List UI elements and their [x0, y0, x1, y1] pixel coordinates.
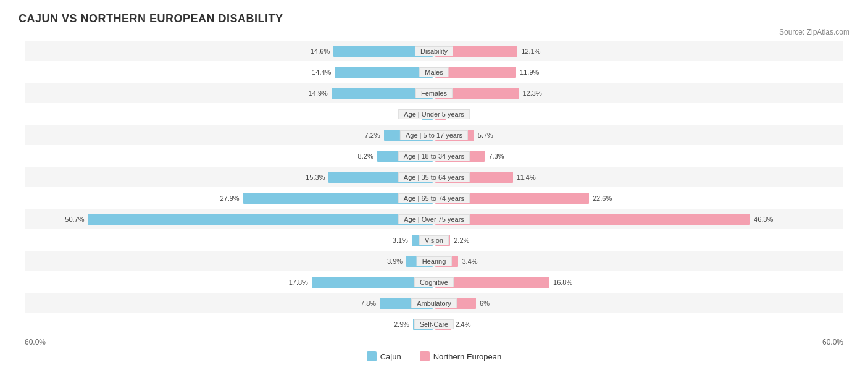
right-side: 5.7% — [434, 127, 843, 144]
cajun-bar — [88, 214, 433, 225]
left-side: 50.7% — [25, 211, 434, 228]
northern-value: 2.2% — [454, 237, 477, 244]
left-side: 27.9% — [25, 190, 434, 207]
northern-value: 12.3% — [523, 90, 546, 97]
row-label: Age | 5 to 17 years — [400, 130, 468, 140]
chart-title: CAJUN VS NORTHERN EUROPEAN DISABILITY — [19, 12, 849, 25]
legend: Cajun Northern European — [19, 351, 849, 361]
left-side: 3.9% — [25, 253, 434, 270]
bar-container: 14.4% Males 11.9% — [25, 64, 843, 81]
northern-value: 12.1% — [521, 48, 545, 55]
right-side: 6% — [434, 295, 843, 312]
bar-container: 14.9% Females 12.3% — [25, 85, 843, 102]
left-side: 3.1% — [25, 232, 434, 249]
bar-container: 14.6% Disability 12.1% — [25, 43, 843, 60]
right-side: 46.3% — [434, 211, 843, 228]
x-axis-right: 60.0% — [822, 338, 843, 346]
right-side: 22.6% — [434, 190, 843, 207]
chart-row: 3.9% Hearing 3.4% — [25, 251, 843, 271]
source-label: Source: ZipAtlas.com — [19, 28, 849, 36]
cajun-bar — [335, 67, 433, 78]
cajun-legend-label: Cajun — [380, 352, 401, 361]
right-side: 7.3% — [434, 148, 843, 165]
chart-row: 3.1% Vision 2.2% — [25, 230, 843, 250]
bar-container: 3.9% Hearing 3.4% — [25, 253, 843, 270]
cajun-value: 17.8% — [285, 279, 308, 286]
row-label: Age | Over 75 years — [398, 214, 470, 224]
right-side: 11.4% — [434, 169, 843, 186]
bar-container: 15.3% Age | 35 to 64 years 11.4% — [25, 169, 843, 186]
row-label: Age | Under 5 years — [398, 109, 470, 119]
cajun-value: 7.2% — [357, 132, 380, 139]
row-label: Age | 65 to 74 years — [398, 193, 470, 203]
left-side: 7.8% — [25, 295, 434, 312]
right-side: 12.1% — [434, 43, 843, 60]
chart-row: 50.7% Age | Over 75 years 46.3% — [25, 209, 843, 229]
row-label: Self-Care — [414, 319, 454, 329]
chart-row: 1.6% Age | Under 5 years 1.6% — [25, 104, 843, 124]
row-label: Age | 18 to 34 years — [398, 151, 470, 161]
cajun-value: 7.8% — [353, 300, 376, 307]
northern-value: 16.8% — [553, 279, 577, 286]
northern-value: 11.4% — [517, 174, 540, 181]
northern-value: 2.4% — [455, 321, 478, 328]
left-side: 14.6% — [25, 43, 434, 60]
legend-cajun: Cajun — [367, 351, 401, 361]
right-side: 1.6% — [434, 106, 843, 123]
left-side: 15.3% — [25, 169, 434, 186]
chart-row: 17.8% Cognitive 16.8% — [25, 272, 843, 292]
right-side: 3.4% — [434, 253, 843, 270]
bar-container: 3.1% Vision 2.2% — [25, 232, 843, 249]
cajun-value: 8.2% — [350, 153, 373, 160]
left-side: 2.9% — [25, 316, 434, 333]
northern-value: 22.6% — [593, 195, 616, 202]
northern-value: 3.4% — [462, 258, 485, 265]
chart-row: 27.9% Age | 65 to 74 years 22.6% — [25, 188, 843, 208]
cajun-value: 3.9% — [379, 258, 403, 265]
row-label: Females — [415, 88, 453, 98]
northern-value: 7.3% — [488, 153, 512, 160]
bar-container: 7.8% Ambulatory 6% — [25, 295, 843, 312]
northern-value: 11.9% — [520, 69, 543, 76]
left-side: 14.9% — [25, 85, 434, 102]
left-side: 8.2% — [25, 148, 434, 165]
northern-value: 6% — [480, 300, 503, 307]
legend-northern: Northern European — [420, 351, 502, 361]
bar-container: 50.7% Age | Over 75 years 46.3% — [25, 211, 843, 228]
northern-legend-label: Northern European — [433, 352, 502, 361]
right-side: 12.3% — [434, 85, 843, 102]
chart-row: 14.9% Females 12.3% — [25, 83, 843, 103]
chart-row: 15.3% Age | 35 to 64 years 11.4% — [25, 167, 843, 187]
chart-row: 7.2% Age | 5 to 17 years 5.7% — [25, 125, 843, 145]
left-side: 1.6% — [25, 106, 434, 123]
cajun-value: 15.3% — [301, 174, 325, 181]
x-axis: 60.0% 60.0% — [25, 338, 843, 346]
left-side: 17.8% — [25, 274, 434, 291]
cajun-value: 14.6% — [306, 48, 330, 55]
northern-legend-box — [420, 351, 430, 361]
row-label: Ambulatory — [411, 298, 457, 308]
x-axis-left: 60.0% — [25, 338, 46, 346]
chart-row: 14.4% Males 11.9% — [25, 62, 843, 82]
right-side: 2.4% — [434, 316, 843, 333]
cajun-value: 27.9% — [216, 195, 240, 202]
row-label: Disability — [415, 46, 453, 56]
right-side: 16.8% — [434, 274, 843, 291]
chart-row: 14.6% Disability 12.1% — [25, 41, 843, 61]
row-label: Age | 35 to 64 years — [398, 172, 470, 182]
northern-bar — [435, 214, 750, 225]
cajun-value: 14.4% — [307, 69, 331, 76]
left-side: 7.2% — [25, 127, 434, 144]
row-label: Males — [419, 67, 448, 77]
bar-container: 2.9% Self-Care 2.4% — [25, 316, 843, 333]
northern-value: 46.3% — [754, 216, 777, 223]
bar-container: 17.8% Cognitive 16.8% — [25, 274, 843, 291]
bar-container: 7.2% Age | 5 to 17 years 5.7% — [25, 127, 843, 144]
bar-container: 8.2% Age | 18 to 34 years 7.3% — [25, 148, 843, 165]
left-side: 14.4% — [25, 64, 434, 81]
right-side: 2.2% — [434, 232, 843, 249]
bar-container: 27.9% Age | 65 to 74 years 22.6% — [25, 190, 843, 207]
northern-value: 5.7% — [478, 132, 501, 139]
row-label: Vision — [419, 235, 449, 245]
right-side: 11.9% — [434, 64, 843, 81]
